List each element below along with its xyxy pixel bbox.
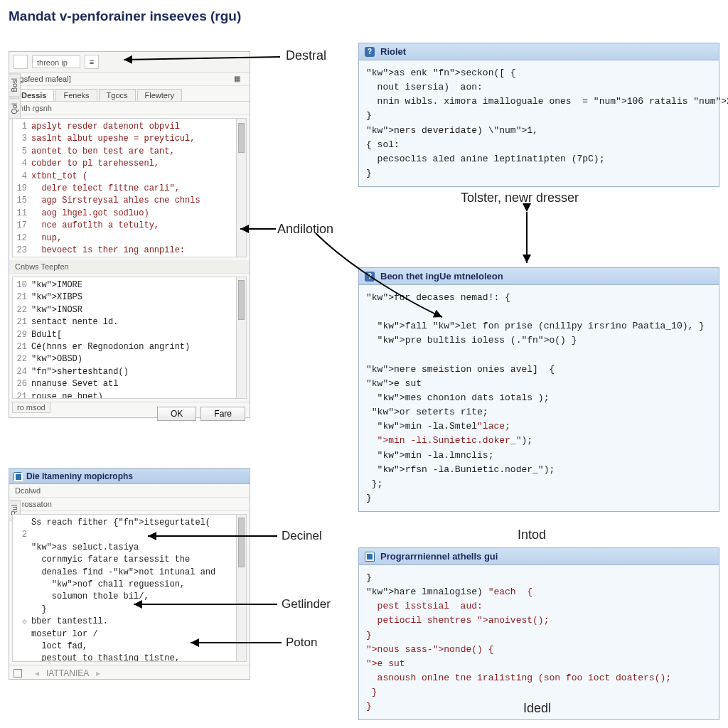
callout-decinel: Decinel [282, 529, 322, 543]
doc-panel-riolet: Riolet "kw">as enk "fn">seckon([ { nout … [358, 43, 719, 187]
doc-panel-program: Prograrrniennel athells gui } "kw">hare … [358, 547, 719, 720]
scrollbar[interactable] [236, 119, 246, 257]
callout-idedl: Idedl [523, 701, 551, 716]
side-tab-strip: Bosl Qol [9, 73, 21, 121]
window-title: Die ltameniny mopicrophs [26, 471, 133, 481]
window-icon [14, 472, 22, 481]
tab-tgocs[interactable]: Tgocs [99, 89, 136, 101]
doc-panel-body: } "kw">hare lmnalogise) "each { pest iss… [359, 565, 719, 719]
bottom-bar: ◂ IATTANIEA ▸ [9, 665, 250, 681]
blank-icon-button[interactable] [14, 55, 28, 69]
callout-tolster: Tolster, newr dresser [461, 191, 579, 205]
doc-panel-title: Prograrrniennel athells gui [380, 551, 498, 562]
pager: ◂ IATTANIEA ▸ [35, 668, 100, 678]
sub-tab-line: 6nth rgsnh [9, 102, 250, 115]
help-icon [365, 272, 375, 282]
code-editor-3[interactable]: Ss reach fither {"fn">itsegurtatel(2"kw"… [12, 514, 247, 662]
side-tab-1[interactable]: Bosl [9, 73, 21, 97]
diagram-canvas: threon ip ≡ Ogsfeed mafeal] ▦ Bosl Qol D… [9, 36, 719, 718]
scrollbar[interactable] [236, 277, 246, 398]
prev-icon[interactable]: ◂ [35, 668, 39, 678]
tab-strip: Dessis Feneks Tgocs Flewtery [9, 86, 250, 102]
editor-window-1: threon ip ≡ Ogsfeed mafeal] ▦ Bosl Qol D… [9, 51, 250, 418]
status-label: ro msod [12, 402, 50, 413]
ok-button[interactable]: OK [157, 407, 196, 421]
pager-label: IATTANIEA [46, 668, 89, 678]
arrow-tolster-double [516, 205, 537, 269]
doc-panel-body: "kw">as enk "fn">seckon([ { nout isersia… [359, 60, 719, 186]
doc-panel-beon: Beon thet ingUe mtneloleon "kw">for deca… [358, 267, 719, 512]
splitter-label: Cnbws Teepfen [9, 260, 250, 274]
next-icon[interactable]: ▸ [96, 668, 100, 678]
tab-feneks[interactable]: Feneks [55, 89, 97, 101]
callout-poton: Poton [286, 636, 317, 650]
doc-panel-body: "kw">for decases nemad!: { "kw">fall "kw… [359, 285, 719, 511]
code-editor-bottom[interactable]: 10"kw">IMORE21"kw">XIBPS22"kw">INOSR21se… [12, 277, 247, 399]
small-icon-button[interactable]: ▦ [234, 75, 245, 86]
sub-tab-line-2[interactable]: ■ rossaton [9, 498, 250, 511]
doc-panel-title: Beon thet ingUe mtneloleon [380, 271, 503, 282]
code-editor-top[interactable]: 1apslyt resder datenont obpvil3saslnt al… [12, 118, 247, 257]
callout-getlinder: Getlinder [282, 597, 331, 611]
editor-window-2: Die ltameniny mopicrophs Dcalwd ■ rossat… [9, 468, 250, 680]
scrollbar[interactable] [236, 515, 246, 661]
list-icon-button[interactable]: ≡ [85, 55, 99, 69]
doc-panel-title: Riolet [380, 46, 406, 57]
callout-intod: Intod [518, 528, 546, 542]
checkbox[interactable] [14, 669, 22, 678]
toolbar-field[interactable]: threon ip [32, 55, 80, 68]
toolbar: threon ip ≡ [9, 52, 250, 73]
page-title: Mandat v-penforainer inseeves (rgu) [9, 9, 719, 24]
toolbar-subline: Ogsfeed mafeal] ▦ [9, 73, 250, 86]
callout-andilotion: Andilotion [277, 222, 333, 237]
side-tab-2[interactable]: Qol [9, 98, 21, 119]
fare-button[interactable]: Fare [200, 407, 245, 421]
tab-line[interactable]: Dcalwd [9, 484, 250, 498]
doc-icon [365, 552, 375, 562]
callout-destral: Destral [286, 48, 326, 63]
tab-flewtery[interactable]: Flewtery [137, 89, 183, 101]
window-titlebar: Die ltameniny mopicrophs [9, 469, 250, 484]
help-icon [365, 47, 375, 57]
dialog-button-bar: ro msod OK Fare [9, 402, 250, 425]
